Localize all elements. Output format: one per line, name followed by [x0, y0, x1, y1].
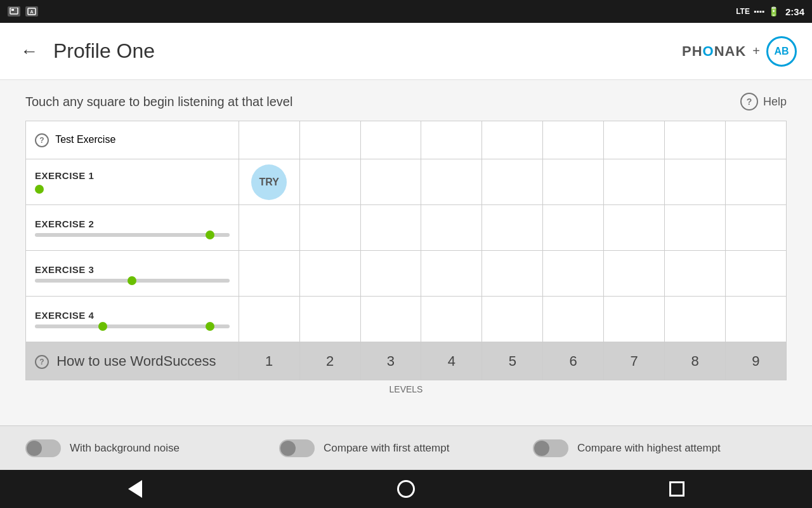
test-cell-1[interactable]: [239, 121, 299, 159]
toggle-compare-highest[interactable]: [533, 439, 568, 457]
plus-sign: +: [752, 44, 760, 58]
exercise-3-label: EXERCISE 3: [35, 264, 230, 275]
content-area: Touch any square to begin listening at t…: [0, 80, 812, 425]
exercise-4-cell-9[interactable]: [725, 297, 786, 342]
exercise-3-cell-8[interactable]: [665, 251, 726, 297]
toggle-compare-highest-label: Compare with highest attempt: [577, 442, 721, 455]
exercise-4-label: EXERCISE 4: [35, 310, 230, 321]
nav-home-button[interactable]: [395, 478, 417, 500]
test-cell-2[interactable]: [299, 121, 360, 159]
exercise-3-cell-9[interactable]: [725, 251, 786, 297]
levels-row: ? How to use WordSuccess 1 2 3 4 5 6 7 8…: [26, 342, 787, 380]
exercise-1-cell-3[interactable]: [360, 159, 421, 205]
exercise-2-cell-9[interactable]: [725, 205, 786, 251]
exercise-4-cell-3[interactable]: [360, 297, 421, 342]
how-to-icon: ?: [35, 355, 49, 369]
exercise-1-cell-8[interactable]: [665, 159, 726, 205]
level-8-cell[interactable]: 8: [665, 342, 726, 380]
svg-text:A: A: [30, 10, 33, 14]
exercise-2-cell-2[interactable]: [299, 205, 360, 251]
exercise-3-cell-6[interactable]: [543, 251, 604, 297]
lte-indicator: LTE: [736, 7, 750, 16]
exercise-3-cell-2[interactable]: [299, 251, 360, 297]
exercise-4-cell-2[interactable]: [299, 297, 360, 342]
status-bar-right: LTE ▪▪▪▪ 🔋 2:34: [736, 6, 804, 17]
nav-back-button[interactable]: [124, 478, 147, 500]
test-cell-6[interactable]: [543, 121, 604, 159]
help-icon: ?: [740, 93, 758, 110]
level-2-cell[interactable]: 2: [299, 342, 360, 380]
nav-recent-button[interactable]: [665, 478, 688, 500]
try-button[interactable]: TRY: [251, 164, 287, 200]
help-button[interactable]: ? Help: [740, 93, 787, 110]
level-5-cell[interactable]: 5: [482, 342, 543, 380]
levels-label: LEVELS: [25, 384, 787, 394]
exercise-3-cell-3[interactable]: [360, 251, 421, 297]
app-icon: A: [25, 6, 38, 17]
test-cell-7[interactable]: [604, 121, 665, 159]
exercise-2-cell-3[interactable]: [360, 205, 421, 251]
exercise-1-cell-7[interactable]: [604, 159, 665, 205]
exercise-4-cell-5[interactable]: [482, 297, 543, 342]
sim-icon: [8, 6, 20, 17]
level-6-cell[interactable]: 6: [543, 342, 604, 380]
exercise-2-cell-4[interactable]: [421, 205, 482, 251]
test-exercise-icon: ?: [35, 133, 49, 147]
exercise-1-cell-2[interactable]: [299, 159, 360, 205]
level-9-cell[interactable]: 9: [725, 342, 786, 380]
back-button[interactable]: ←: [15, 39, 43, 64]
exercise-4-dot2: [206, 322, 214, 331]
exercise-2-cell-8[interactable]: [665, 205, 726, 251]
toggle-compare-highest-group: Compare with highest attempt: [533, 439, 787, 457]
test-cell-9[interactable]: [725, 121, 786, 159]
test-cell-4[interactable]: [421, 121, 482, 159]
exercise-3-header: EXERCISE 3: [26, 251, 239, 297]
how-to-use-cell[interactable]: ? How to use WordSuccess: [26, 342, 239, 380]
exercise-3-cell-5[interactable]: [482, 251, 543, 297]
exercise-3-slider: [35, 279, 230, 283]
home-circle-icon: [397, 480, 415, 498]
exercise-4-cell-4[interactable]: [421, 297, 482, 342]
exercise-3-track: [35, 279, 230, 283]
exercise-2-cell-6[interactable]: [543, 205, 604, 251]
level-1-cell[interactable]: 1: [239, 342, 299, 380]
test-exercise-header: ? Test Exercise: [26, 121, 239, 159]
test-cell-5[interactable]: [482, 121, 543, 159]
toggle-background-noise[interactable]: [25, 439, 61, 457]
battery-icon: 🔋: [768, 6, 779, 17]
recent-square-icon: [669, 481, 684, 497]
test-exercise-row: ? Test Exercise: [26, 121, 787, 159]
exercise-2-dot: [206, 231, 214, 239]
level-4-cell[interactable]: 4: [421, 342, 482, 380]
exercise-2-cell-7[interactable]: [604, 205, 665, 251]
level-3-cell[interactable]: 3: [360, 342, 421, 380]
exercise-1-cell-4[interactable]: [421, 159, 482, 205]
exercise-1-cell-1[interactable]: TRY: [239, 159, 299, 205]
level-7-cell[interactable]: 7: [604, 342, 665, 380]
exercise-1-row: EXERCISE 1 TRY: [26, 159, 787, 205]
exercise-1-cell-9[interactable]: [725, 159, 786, 205]
exercise-3-cell-1[interactable]: [239, 251, 299, 297]
test-cell-3[interactable]: [360, 121, 421, 159]
exercise-1-cell-6[interactable]: [543, 159, 604, 205]
instructions-text: Touch any square to begin listening at t…: [25, 95, 292, 109]
exercise-4-cell-8[interactable]: [665, 297, 726, 342]
exercise-2-track: [35, 233, 230, 237]
exercise-4-cell-7[interactable]: [604, 297, 665, 342]
exercise-2-cell-1[interactable]: [239, 205, 299, 251]
exercise-3-cell-4[interactable]: [421, 251, 482, 297]
how-to-label: How to use WordSuccess: [56, 353, 216, 369]
exercise-4-cell-1[interactable]: [239, 297, 299, 342]
exercise-4-row: EXERCISE 4: [26, 297, 787, 342]
exercise-grid: ? Test Exercise EXERCISE 1 TRY: [25, 121, 787, 380]
exercise-4-dot1: [98, 322, 107, 331]
exercise-1-cell-5[interactable]: [482, 159, 543, 205]
test-cell-8[interactable]: [665, 121, 726, 159]
toggle-compare-first-group: Compare with first attempt: [279, 439, 533, 457]
exercise-4-cell-6[interactable]: [543, 297, 604, 342]
exercise-2-label: EXERCISE 2: [35, 218, 230, 229]
exercise-2-cell-5[interactable]: [482, 205, 543, 251]
exercise-3-cell-7[interactable]: [604, 251, 665, 297]
toggle-compare-first[interactable]: [279, 439, 315, 457]
header: ← Profile One PHONAK + AB: [0, 23, 812, 80]
